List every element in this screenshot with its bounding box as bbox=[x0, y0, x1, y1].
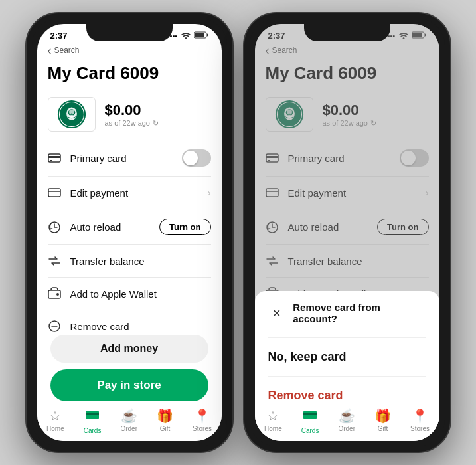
card-section: ★ $0.00 as of 22w ago ↻ bbox=[37, 89, 222, 140]
edit-payment-icon bbox=[48, 186, 61, 199]
right-primary-card-toggle[interactable] bbox=[400, 149, 429, 167]
right-nav-cards[interactable]: Cards bbox=[301, 407, 319, 434]
nav-gift[interactable]: 🎁 Gift bbox=[157, 408, 173, 432]
page-title: My Card 6009 bbox=[48, 63, 211, 84]
right-menu-item-edit-payment[interactable]: Edit payment › bbox=[255, 177, 439, 209]
right-menu-item-primary-card: Primary card bbox=[255, 140, 439, 176]
nav-stores[interactable]: 📍 Stores bbox=[193, 408, 212, 432]
menu-item-apple-wallet[interactable]: Add to Apple Wallet bbox=[37, 278, 222, 310]
svg-rect-10 bbox=[48, 156, 60, 158]
right-stores-icon: 📍 bbox=[412, 408, 428, 424]
search-bar: ‹ Search bbox=[37, 43, 222, 60]
right-phone: 2:37 ▪▪▪ ‹ Search My Card 6009 bbox=[244, 13, 450, 452]
home-icon: ☆ bbox=[49, 408, 61, 424]
nav-cards[interactable]: Cards bbox=[84, 407, 102, 434]
right-nav-stores-label: Stores bbox=[410, 425, 430, 432]
right-cards-icon bbox=[302, 407, 318, 426]
menu-item-primary-card: Primary card bbox=[37, 140, 222, 176]
add-money-button[interactable]: Add money bbox=[50, 335, 208, 363]
back-arrow-icon[interactable]: ‹ bbox=[48, 45, 52, 56]
right-turn-on-button[interactable]: Turn on bbox=[377, 219, 428, 235]
gift-icon: 🎁 bbox=[157, 408, 173, 424]
left-phone-screen: 2:37 ▪▪▪ ‹ Search My Card 6009 bbox=[37, 24, 222, 441]
nav-home-label: Home bbox=[46, 425, 64, 432]
starbucks-card: ★ bbox=[48, 97, 96, 132]
right-page-title: My Card 6009 bbox=[266, 63, 429, 84]
right-card-section: ★ $0.00 as of 22w ago ↻ bbox=[255, 89, 439, 140]
right-transfer-icon bbox=[266, 254, 279, 268]
right-nav-order[interactable]: ☕ Order bbox=[338, 408, 355, 432]
right-battery-icon bbox=[412, 31, 426, 40]
right-back-arrow-icon[interactable]: ‹ bbox=[266, 45, 270, 56]
right-nav-order-label: Order bbox=[338, 425, 355, 432]
right-nav-stores[interactable]: 📍 Stores bbox=[410, 408, 430, 432]
balance-date: as of 22w ago ↻ bbox=[105, 119, 159, 128]
right-search-label: Search bbox=[272, 46, 297, 55]
search-label: Search bbox=[54, 46, 80, 55]
chevron-icon: › bbox=[208, 187, 211, 198]
svg-rect-1 bbox=[195, 33, 204, 37]
right-phone-frame: 2:37 ▪▪▪ ‹ Search My Card 6009 bbox=[244, 13, 450, 452]
bottom-section: Add money Pay in store bbox=[37, 335, 222, 401]
right-status-icons: ▪▪▪ bbox=[388, 31, 426, 40]
primary-card-label: Primary card bbox=[70, 153, 173, 164]
stores-icon: 📍 bbox=[194, 408, 210, 424]
right-home-icon: ☆ bbox=[267, 408, 279, 424]
right-nav-home[interactable]: ☆ Home bbox=[264, 408, 282, 432]
balance-amount: $0.00 bbox=[105, 102, 159, 119]
card-icon bbox=[48, 151, 61, 165]
primary-card-toggle[interactable] bbox=[182, 149, 211, 167]
pay-in-store-button[interactable]: Pay in store bbox=[50, 369, 208, 401]
right-card-balance: $0.00 as of 22w ago ↻ bbox=[323, 102, 377, 128]
nav-order[interactable]: ☕ Order bbox=[120, 408, 137, 432]
sheet-title: Remove card from account? bbox=[293, 302, 426, 324]
nav-gift-label: Gift bbox=[160, 425, 171, 432]
right-nav-gift[interactable]: 🎁 Gift bbox=[374, 408, 391, 432]
status-icons: ▪▪▪ bbox=[170, 31, 208, 40]
edit-payment-label: Edit payment bbox=[70, 187, 198, 199]
toggle-knob bbox=[183, 151, 198, 165]
bottom-nav: ☆ Home Cards ☕ Order 🎁 Gift bbox=[37, 403, 222, 441]
svg-rect-33 bbox=[266, 189, 278, 197]
keep-card-option[interactable]: No, keep card bbox=[268, 337, 426, 376]
right-edit-payment-label: Edit payment bbox=[288, 187, 416, 199]
wallet-icon bbox=[48, 287, 61, 300]
right-starbucks-card: ★ bbox=[266, 97, 313, 132]
sheet-header: ✕ Remove card from account? bbox=[268, 302, 426, 324]
refresh-icon[interactable]: ↻ bbox=[153, 119, 159, 128]
turn-on-button[interactable]: Turn on bbox=[159, 219, 210, 235]
right-search-bar: ‹ Search bbox=[255, 43, 439, 60]
menu-item-edit-payment[interactable]: Edit payment › bbox=[37, 177, 222, 209]
cards-icon bbox=[84, 407, 100, 426]
svg-rect-31 bbox=[266, 156, 278, 158]
right-toggle-knob bbox=[401, 151, 416, 165]
menu-item-auto-reload: Auto reload Turn on bbox=[37, 209, 222, 244]
menu-item-transfer-balance[interactable]: Transfer balance bbox=[37, 245, 222, 277]
nav-order-label: Order bbox=[120, 425, 137, 432]
right-refresh-icon[interactable]: ↻ bbox=[370, 119, 376, 128]
transfer-balance-label: Transfer balance bbox=[70, 256, 211, 267]
right-page-header: My Card 6009 bbox=[255, 60, 439, 89]
nav-stores-label: Stores bbox=[193, 425, 212, 432]
svg-point-16 bbox=[56, 293, 59, 296]
right-primary-card-label: Primary card bbox=[288, 153, 390, 164]
card-balance: $0.00 as of 22w ago ↻ bbox=[105, 102, 159, 128]
svg-text:★: ★ bbox=[70, 112, 73, 116]
notch-right bbox=[304, 24, 390, 41]
sheet-close-button[interactable]: ✕ bbox=[268, 304, 285, 322]
svg-rect-12 bbox=[48, 189, 60, 197]
nav-home[interactable]: ☆ Home bbox=[46, 408, 64, 432]
right-menu-item-transfer-balance[interactable]: Transfer balance bbox=[255, 245, 439, 277]
right-menu-item-auto-reload: Auto reload Turn on bbox=[255, 209, 439, 244]
right-transfer-balance-label: Transfer balance bbox=[288, 256, 429, 267]
right-nav-cards-label: Cards bbox=[301, 427, 319, 434]
status-time: 2:37 bbox=[50, 31, 68, 41]
page-header: My Card 6009 bbox=[37, 60, 222, 89]
close-icon: ✕ bbox=[272, 307, 281, 320]
svg-rect-41 bbox=[303, 413, 317, 415]
right-auto-reload-label: Auto reload bbox=[288, 221, 368, 232]
auto-reload-icon bbox=[48, 221, 61, 234]
right-balance-amount: $0.00 bbox=[323, 102, 377, 119]
right-nav-home-label: Home bbox=[264, 425, 282, 432]
right-order-icon: ☕ bbox=[339, 408, 355, 424]
